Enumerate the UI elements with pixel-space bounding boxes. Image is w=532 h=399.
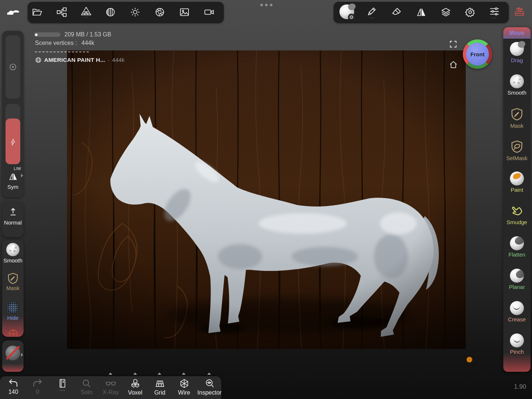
sculpt-viewport[interactable] xyxy=(67,50,466,349)
left-scroll-fade xyxy=(2,315,24,337)
redo-count: 0 xyxy=(27,389,49,395)
solo-label: Solo xyxy=(75,389,98,396)
layers-icon[interactable] xyxy=(441,7,451,17)
inspector-button[interactable]: Inspector xyxy=(196,378,223,396)
tool-planar-label: Planar xyxy=(503,284,531,290)
tool-flatten-label: Flatten xyxy=(503,251,531,258)
interface-item[interactable]: ··· xyxy=(489,6,500,19)
selmask-tool-shield-icon xyxy=(503,139,531,154)
xray-label: X-Ray xyxy=(100,389,122,396)
gizmo-front-face[interactable]: Front xyxy=(466,43,489,66)
mask-shield-icon xyxy=(2,272,24,285)
solo-magnifier-icon xyxy=(75,378,98,388)
tool-crease[interactable]: Crease xyxy=(503,301,531,322)
view-orientation-gizmo[interactable]: Front xyxy=(463,39,492,69)
intensity-slider[interactable] xyxy=(6,104,20,164)
tool-flatten[interactable]: Flatten xyxy=(503,236,531,258)
topology-more-dots: ··· xyxy=(81,16,92,18)
tool-mask[interactable]: Mask xyxy=(503,107,531,129)
tool-paint-label: Paint xyxy=(503,187,531,193)
xray-button[interactable]: X-Ray xyxy=(100,378,122,396)
camera-icon[interactable] xyxy=(204,7,214,17)
tool-smudge[interactable]: Smudge xyxy=(503,204,531,225)
tool-drag-label: Drag xyxy=(503,57,531,63)
wire-button[interactable]: Wire xyxy=(173,378,195,396)
wire-options-caret-icon[interactable] xyxy=(182,372,186,375)
tool-paint[interactable]: Paint xyxy=(503,172,531,193)
grid-options-caret-icon[interactable] xyxy=(158,372,161,375)
wireframe-icon xyxy=(173,378,195,389)
toolbox-icon[interactable] xyxy=(514,7,525,18)
voxel-label: Voxel xyxy=(124,389,146,396)
normal-arrow-icon[interactable] xyxy=(8,207,18,217)
material-icon[interactable] xyxy=(105,7,116,17)
undo-icon xyxy=(2,378,24,388)
tool-planar[interactable]: Planar xyxy=(503,269,531,290)
undo-count: 140 xyxy=(2,389,24,395)
undo-button[interactable]: 140 xyxy=(2,378,24,395)
tool-pinch[interactable]: Pinch xyxy=(503,333,531,355)
hide-dotted-sphere-icon xyxy=(7,302,19,314)
xray-options-caret-icon[interactable] xyxy=(109,372,112,375)
current-tool-matcap[interactable] xyxy=(339,4,355,21)
sym-icon[interactable] xyxy=(8,172,18,181)
background-image-icon[interactable] xyxy=(179,7,190,17)
home-view-icon[interactable] xyxy=(449,60,458,69)
inspector-options-caret-icon[interactable] xyxy=(207,372,211,375)
history-more-dots: ··· xyxy=(51,389,73,391)
symmetry-icon[interactable] xyxy=(416,7,426,17)
sym-expand-arrow-icon[interactable] xyxy=(21,174,23,177)
painting-brush-icon[interactable] xyxy=(391,7,402,17)
mesh-globe-icon xyxy=(35,57,42,63)
xray-glasses-icon xyxy=(100,378,122,388)
material-expand-arrow-icon[interactable] xyxy=(21,353,23,357)
scene-vertices-label: Scene vertices : xyxy=(35,40,77,46)
interface-sliders-icon xyxy=(489,6,500,17)
grid-button[interactable]: Grid xyxy=(149,378,171,396)
nomad-sculpt-app: { "status": { "memory": "209 MB / 1.53 G… xyxy=(0,0,532,399)
fullscreen-icon[interactable] xyxy=(449,40,458,49)
voxel-button[interactable]: Voxel xyxy=(124,378,146,396)
quick-smooth-tool[interactable]: Smooth xyxy=(2,243,24,264)
drag-tool-icon xyxy=(510,42,524,56)
current-tool-header[interactable]: Move xyxy=(503,27,531,39)
scene-graph-icon[interactable] xyxy=(56,7,67,17)
files-icon[interactable] xyxy=(32,7,42,17)
solo-button[interactable]: Solo xyxy=(75,378,98,396)
quick-mask-tool[interactable]: Mask xyxy=(2,272,24,291)
scene-object-row[interactable]: AMERICAN PAINT H... · 444k xyxy=(35,57,124,63)
postprocess-icon[interactable] xyxy=(155,7,165,17)
scene-vertices-row: Scene vertices : 444k xyxy=(35,40,94,46)
tool-drag[interactable]: Drag xyxy=(503,42,531,63)
quick-smooth-label: Smooth xyxy=(2,257,24,264)
radius-slider[interactable] xyxy=(6,35,20,99)
tool-selmask[interactable]: SelMask xyxy=(503,139,531,161)
settings-gear-icon[interactable] xyxy=(465,7,475,17)
topology-item[interactable]: ··· xyxy=(81,6,92,18)
flatten-tool-icon xyxy=(510,236,524,250)
no-material-sphere-icon xyxy=(6,346,20,360)
redo-button[interactable]: 0 xyxy=(27,378,49,395)
nomad-logo[interactable] xyxy=(6,7,20,17)
redo-icon xyxy=(27,378,49,388)
object-separator: · xyxy=(108,57,109,63)
stroke-item[interactable]: ··· xyxy=(367,6,377,19)
tool-smooth-label: Smooth xyxy=(503,89,531,96)
tool-smooth[interactable]: Smooth xyxy=(503,74,531,96)
voxel-options-caret-icon[interactable] xyxy=(133,372,137,375)
quick-tools-panel: Smooth Mask Hide xyxy=(2,240,24,337)
voxel-cubes-icon xyxy=(124,378,146,389)
inspector-eye-icon xyxy=(196,378,223,389)
normal-label: Normal xyxy=(2,219,24,226)
tool-crease-label: Crease xyxy=(503,316,531,322)
grid-label: Grid xyxy=(149,389,171,396)
history-button[interactable]: ··· xyxy=(51,378,73,391)
crease-tool-icon xyxy=(510,301,524,315)
pivot-point-icon[interactable] xyxy=(466,357,472,363)
lighting-icon[interactable] xyxy=(130,7,140,17)
tool-list-panel: Move Drag Smooth Mask SelMask Paint xyxy=(503,27,531,372)
memory-usage-dot xyxy=(35,33,38,36)
no-material-item[interactable] xyxy=(6,346,20,360)
multitask-handle[interactable] xyxy=(260,4,272,6)
grid-icon xyxy=(149,378,171,389)
